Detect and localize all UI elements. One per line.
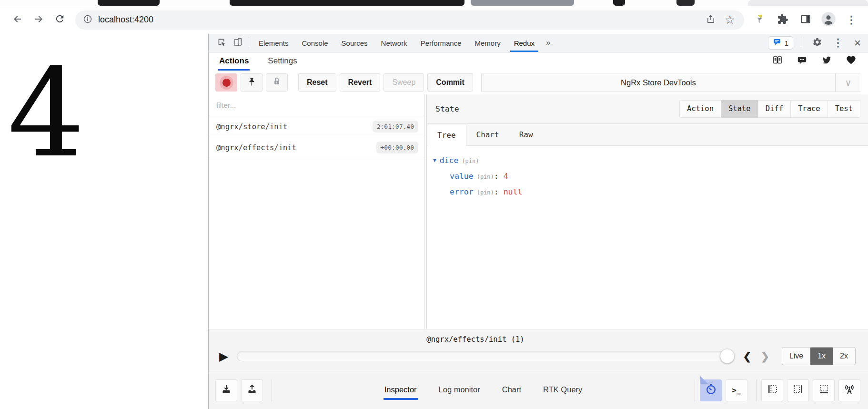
extension-pinned-button[interactable] (750, 10, 770, 30)
remote-button[interactable] (838, 379, 860, 401)
redux-tab-settings[interactable]: Settings (267, 53, 298, 71)
subtab-tree[interactable]: Tree (427, 124, 466, 146)
docs-button[interactable] (772, 55, 783, 67)
redux-header-icons (772, 55, 857, 71)
devtools-tabs: Elements Console Sources Network Perform… (252, 34, 541, 52)
share-button[interactable] (701, 11, 720, 29)
devtools-tabbar: Elements Console Sources Network Perform… (209, 34, 868, 52)
dock-left-button[interactable] (761, 379, 783, 401)
extensions-menu-button[interactable] (773, 10, 793, 30)
feedback-button[interactable] (797, 55, 807, 67)
play-button[interactable]: ▶ (219, 350, 228, 362)
tree-node-error[interactable]: error(pin): null (433, 184, 868, 200)
subtab-chart[interactable]: Chart (466, 124, 509, 145)
forward-button[interactable] (30, 11, 48, 29)
tree-node-value[interactable]: value(pin): 4 (433, 169, 868, 184)
device-toolbar-button[interactable] (230, 36, 246, 50)
tab-redux[interactable]: Redux (507, 34, 541, 52)
tab-memory[interactable]: Memory (468, 34, 507, 52)
twitter-button[interactable] (821, 55, 832, 67)
site-info-icon[interactable] (83, 14, 92, 26)
devtools-settings-button[interactable] (809, 36, 825, 50)
redux-toolbar: Reset Revert Sweep Commit NgRx Store Dev… (209, 71, 868, 94)
mode-diff-button[interactable]: Diff (758, 100, 791, 118)
timeline-slider[interactable] (237, 351, 733, 361)
mode-state-button[interactable]: State (721, 100, 758, 118)
monitor-tabs: Inspector Log monitor Chart RTK Query (277, 380, 690, 400)
kebab-menu-icon: ⋮ (833, 37, 843, 49)
record-toggle-button[interactable] (215, 73, 237, 92)
tree-key[interactable]: dice (440, 156, 459, 165)
tab-elements[interactable]: Elements (252, 34, 295, 52)
action-name: @ngrx/store/init (216, 123, 373, 131)
monitor-tab-log-monitor[interactable]: Log monitor (438, 380, 481, 400)
tree-node-dice[interactable]: ▼dice(pin) (433, 153, 868, 169)
browser-menu-button[interactable]: ⋮ (841, 10, 861, 30)
tree-key[interactable]: value (450, 172, 474, 181)
monitor-tab-chart[interactable]: Chart (501, 380, 522, 400)
action-list-item[interactable]: @ngrx/effects/init +00:00.00 (209, 137, 424, 158)
inspect-element-button[interactable] (213, 36, 230, 50)
filter-input[interactable] (216, 101, 416, 110)
subtab-raw[interactable]: Raw (509, 124, 543, 145)
tab-performance[interactable]: Performance (414, 34, 468, 52)
redux-tab-actions[interactable]: Actions (218, 53, 250, 71)
monitor-tab-inspector[interactable]: Inspector (384, 380, 418, 400)
pin-button[interactable] (241, 73, 262, 92)
import-button[interactable] (215, 379, 237, 401)
lock-button[interactable] (266, 73, 288, 92)
mode-action-button[interactable]: Action (679, 100, 721, 118)
revert-button[interactable]: Revert (340, 73, 381, 92)
monitor-tab-rtk-query[interactable]: RTK Query (542, 380, 583, 400)
tab-console[interactable]: Console (295, 34, 335, 52)
action-time-badge[interactable]: 2:01:07.40 (373, 121, 418, 133)
tree-key[interactable]: error (450, 187, 474, 196)
step-forward-button[interactable]: ❯ (761, 351, 769, 361)
action-filter[interactable] (209, 94, 424, 116)
tab-sources[interactable]: Sources (335, 34, 374, 52)
playback-controls: ▶ ❮ ❯ Live 1x 2x (219, 346, 856, 367)
import-icon (221, 384, 232, 397)
tree-pin-label[interactable]: (pin) (477, 174, 494, 180)
reset-button[interactable]: Reset (298, 73, 336, 92)
dock-bottom-button[interactable] (813, 379, 835, 401)
action-list-item[interactable]: @ngrx/store/init 2:01:07.40 (209, 116, 424, 137)
tree-pin-label[interactable]: (pin) (462, 158, 479, 164)
tab-network[interactable]: Network (374, 34, 414, 52)
puzzle-icon (777, 13, 788, 27)
devtools-panel: Elements Console Sources Network Perform… (208, 34, 868, 409)
mode-test-button[interactable]: Test (828, 100, 860, 118)
speed-live-button[interactable]: Live (782, 348, 810, 365)
profile-button[interactable] (818, 10, 838, 30)
address-bar[interactable]: localhost:4200 ☆ (75, 10, 744, 30)
action-time-badge[interactable]: +00:00.00 (376, 142, 418, 153)
side-panel-button[interactable] (796, 10, 816, 30)
bookmark-button[interactable]: ☆ (720, 11, 739, 29)
dispatcher-button[interactable]: >_ (726, 379, 747, 401)
autoplay-timer-button[interactable] (700, 379, 722, 401)
devtools-menu-button[interactable]: ⋮ (830, 36, 846, 50)
chevron-down-icon[interactable]: ∨ (835, 73, 861, 92)
url-text[interactable]: localhost:4200 (98, 15, 701, 25)
mode-trace-button[interactable]: Trace (790, 100, 828, 118)
instance-selector[interactable]: NgRx Store DevTools ∨ (481, 73, 861, 92)
back-button[interactable] (9, 11, 27, 29)
state-inspector-header: State Action State Diff Trace Test (427, 94, 868, 124)
export-icon (246, 384, 258, 397)
tree-pin-label[interactable]: (pin) (477, 189, 494, 196)
slider-thumb[interactable] (720, 349, 735, 364)
commit-button[interactable]: Commit (427, 73, 473, 92)
speed-2x-button[interactable]: 2x (833, 348, 855, 365)
issues-counter[interactable]: 1 (768, 36, 793, 50)
step-back-button[interactable]: ❮ (743, 351, 752, 361)
expand-arrow-icon[interactable]: ▼ (433, 157, 436, 164)
dock-right-button[interactable] (787, 379, 809, 401)
speed-1x-button[interactable]: 1x (810, 348, 833, 365)
more-tabs-button[interactable]: » (541, 38, 555, 48)
reload-button[interactable] (50, 11, 69, 29)
reload-icon (54, 13, 65, 26)
heart-button[interactable] (846, 55, 857, 67)
devtools-close-button[interactable]: ✕ (851, 38, 864, 49)
tree-value-number: 4 (504, 172, 508, 181)
export-button[interactable] (241, 379, 263, 401)
